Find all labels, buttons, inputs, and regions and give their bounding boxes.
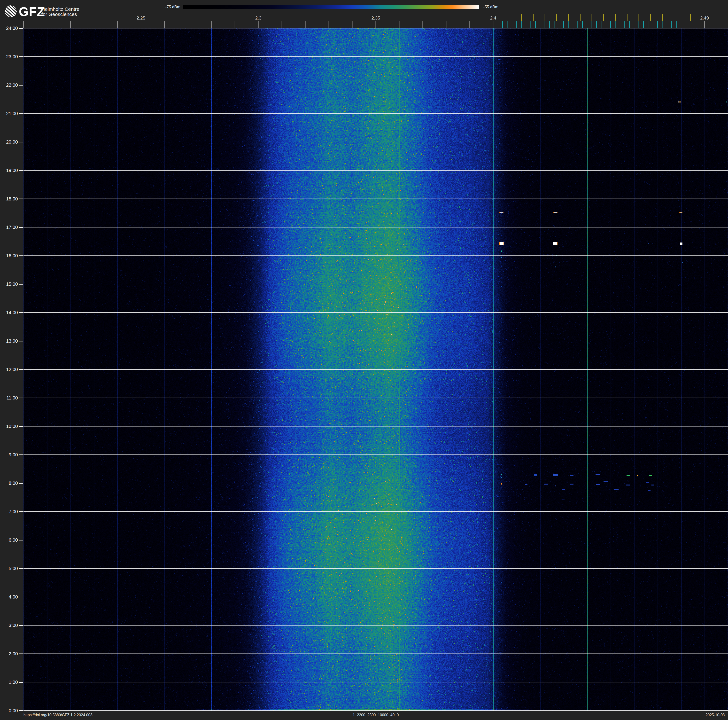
wifi-channel-tick	[568, 14, 569, 21]
bluetooth-channel-tick	[681, 21, 681, 28]
hour-tick	[19, 341, 23, 342]
bluetooth-channel-tick	[592, 21, 592, 28]
wifi-channel-tick	[627, 14, 627, 21]
hour-gridline	[23, 455, 728, 455]
wifi-channel-tick	[639, 14, 639, 21]
doi-text: https://doi.org/10.5880/GFZ.1.2.2024.003	[23, 713, 93, 717]
logo-subtitle: Helmholtz Centre for Geosciences	[41, 6, 80, 17]
hour-gridline	[23, 398, 728, 398]
wifi-channel-tick	[556, 14, 557, 21]
time-label: 11:00	[0, 395, 18, 401]
hour-tick	[19, 85, 23, 86]
time-label: 9:00	[0, 452, 18, 458]
hour-gridline	[23, 341, 728, 341]
time-label: 19:00	[0, 167, 18, 173]
time-label: 8:00	[0, 480, 18, 486]
freq-tick-label: 2.25	[130, 15, 151, 21]
bluetooth-channel-tick	[544, 21, 545, 28]
hour-gridline	[23, 28, 728, 28]
hour-gridline	[23, 57, 728, 57]
hour-gridline	[23, 426, 728, 426]
time-label: 15:00	[0, 281, 18, 287]
bluetooth-channel-tick	[596, 21, 597, 28]
freq-minor-tick	[352, 21, 352, 28]
bluetooth-channel-tick	[620, 21, 620, 28]
gfz-globe-icon	[5, 5, 17, 17]
freq-minor-tick	[164, 21, 165, 28]
freq-minor-tick	[47, 21, 47, 28]
bluetooth-channel-tick	[643, 21, 644, 28]
hour-tick	[19, 170, 23, 171]
bluetooth-channel-tick	[634, 21, 634, 28]
freq-minor-tick	[446, 21, 447, 28]
hour-tick	[19, 284, 23, 285]
hour-tick	[19, 312, 23, 313]
freq-minor-tick	[376, 21, 376, 28]
wifi-channel-tick	[544, 14, 545, 21]
hour-tick	[19, 256, 23, 256]
bluetooth-channel-tick	[526, 21, 526, 28]
hour-tick	[19, 142, 23, 142]
hour-tick	[19, 483, 23, 484]
time-label: 18:00	[0, 196, 18, 202]
colorbar-max-label: -55 dBm	[483, 5, 498, 9]
bluetooth-channel-tick	[531, 21, 531, 28]
freq-minor-tick	[70, 21, 71, 28]
wifi-channel-tick	[521, 14, 522, 21]
wifi-channel-tick	[662, 14, 663, 21]
time-label: 1:00	[0, 679, 18, 685]
time-label: 20:00	[0, 139, 18, 145]
hour-gridline	[23, 256, 728, 256]
time-label: 3:00	[0, 622, 18, 628]
bluetooth-channel-tick	[657, 21, 658, 28]
logo-subtitle-line1: Helmholtz Centre	[41, 6, 80, 12]
freq-minor-tick	[704, 21, 705, 28]
hour-gridline	[23, 483, 728, 483]
bluetooth-channel-tick	[535, 21, 536, 28]
bluetooth-channel-tick	[601, 21, 601, 28]
hour-tick	[19, 625, 23, 626]
time-label: 17:00	[0, 224, 18, 230]
bluetooth-channel-tick	[568, 21, 569, 28]
bluetooth-channel-tick	[615, 21, 615, 28]
hour-tick	[19, 654, 23, 654]
bluetooth-channel-tick	[549, 21, 550, 28]
wifi-channel-tick	[690, 14, 691, 21]
hour-gridline	[23, 597, 728, 597]
freq-minor-tick	[258, 21, 258, 28]
hour-gridline	[23, 113, 728, 114]
freq-minor-tick	[329, 21, 329, 28]
date-text: 2025-10-03	[705, 713, 725, 717]
time-label: 12:00	[0, 366, 18, 372]
hour-gridline	[23, 142, 728, 142]
hour-tick	[19, 199, 23, 199]
time-label: 7:00	[0, 509, 18, 515]
hour-tick	[19, 113, 23, 114]
freq-minor-tick	[188, 21, 188, 28]
freq-minor-tick	[493, 21, 493, 28]
freq-minor-tick	[94, 21, 94, 28]
freq-minor-tick	[470, 21, 470, 28]
bluetooth-channel-tick	[582, 21, 583, 28]
hour-gridline	[23, 540, 728, 540]
time-label: 22:00	[0, 82, 18, 88]
hour-gridline	[23, 284, 728, 284]
bluetooth-channel-tick	[653, 21, 653, 28]
hour-gridline	[23, 511, 728, 512]
bluetooth-channel-tick	[648, 21, 648, 28]
hour-gridline	[23, 625, 728, 625]
bluetooth-channel-tick	[507, 21, 508, 28]
bluetooth-channel-tick	[667, 21, 667, 28]
hour-gridline	[23, 568, 728, 569]
spectrogram-page: GFZ Helmholtz Centre for Geosciences -75…	[0, 0, 728, 720]
freq-minor-tick	[141, 21, 141, 28]
hour-tick	[19, 511, 23, 512]
freq-tick-label: 2.4	[483, 15, 504, 21]
time-label: 21:00	[0, 110, 18, 116]
freq-minor-tick	[235, 21, 235, 28]
hour-gridline	[23, 227, 728, 227]
bluetooth-channel-tick	[639, 21, 639, 28]
bluetooth-channel-tick	[578, 21, 578, 28]
bluetooth-channel-tick	[606, 21, 606, 28]
hour-tick	[19, 28, 23, 29]
